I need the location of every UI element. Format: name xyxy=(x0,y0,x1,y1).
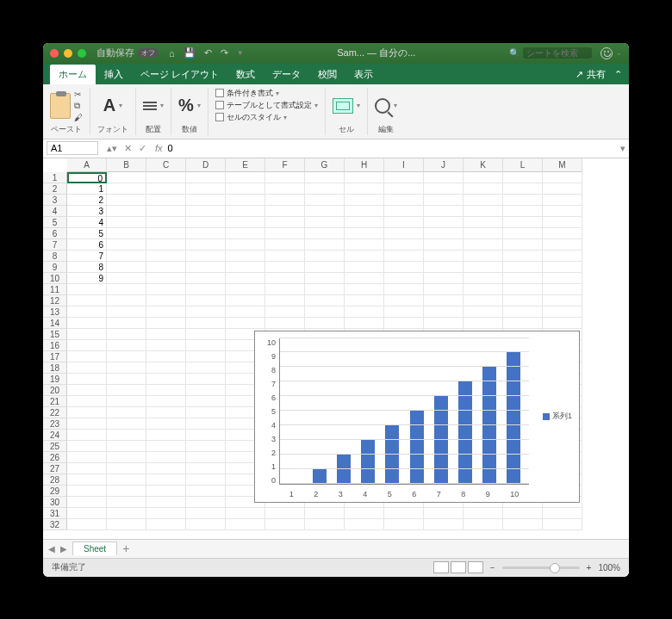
cell[interactable] xyxy=(305,251,345,262)
cell[interactable] xyxy=(67,318,107,329)
cell[interactable] xyxy=(146,351,186,362)
cell[interactable] xyxy=(265,508,305,519)
cell[interactable] xyxy=(186,463,226,474)
sheet-nav-prev-icon[interactable]: ◀ xyxy=(48,544,55,554)
tab-data[interactable]: データ xyxy=(264,65,309,84)
cell[interactable] xyxy=(67,508,107,519)
editing-dropdown-icon[interactable]: ▾ xyxy=(394,102,397,109)
cell[interactable] xyxy=(186,441,226,452)
cell[interactable] xyxy=(543,206,582,217)
cell[interactable] xyxy=(265,295,305,306)
row-header[interactable]: 15 xyxy=(43,329,67,340)
cell[interactable] xyxy=(424,306,464,318)
cell[interactable] xyxy=(226,172,265,183)
cell[interactable] xyxy=(503,183,543,195)
cell[interactable]: 1 xyxy=(67,183,107,195)
chart-bar[interactable] xyxy=(410,411,424,484)
cell[interactable] xyxy=(464,284,503,295)
cell[interactable]: 8 xyxy=(67,262,107,273)
cell[interactable] xyxy=(345,251,384,262)
alignment-icon[interactable] xyxy=(143,102,157,110)
cell[interactable] xyxy=(543,239,582,251)
cell[interactable] xyxy=(107,418,146,430)
row-header[interactable]: 21 xyxy=(43,396,67,407)
cell[interactable] xyxy=(424,195,464,206)
cell[interactable] xyxy=(305,306,345,318)
row-header[interactable]: 20 xyxy=(43,385,67,396)
cell[interactable] xyxy=(345,217,384,228)
cell[interactable] xyxy=(107,340,146,351)
cell[interactable] xyxy=(424,206,464,217)
close-window-button[interactable] xyxy=(50,49,59,58)
cell[interactable] xyxy=(464,262,503,273)
cell[interactable] xyxy=(265,172,305,183)
cell[interactable] xyxy=(186,497,226,508)
cell[interactable] xyxy=(503,251,543,262)
cell[interactable] xyxy=(265,318,305,329)
search-input[interactable] xyxy=(523,47,592,59)
row-header[interactable]: 29 xyxy=(43,486,67,497)
cell[interactable] xyxy=(345,519,384,530)
spreadsheet-grid[interactable]: ABCDEFGHIJKLM 10213243546576879810911121… xyxy=(43,158,629,539)
cell[interactable] xyxy=(67,396,107,407)
cell[interactable] xyxy=(265,251,305,262)
cell[interactable] xyxy=(464,306,503,318)
cell[interactable] xyxy=(146,228,186,239)
cell[interactable] xyxy=(464,239,503,251)
paste-icon[interactable] xyxy=(50,93,71,119)
cell[interactable] xyxy=(146,418,186,430)
align-dropdown-icon[interactable]: ▾ xyxy=(160,102,164,109)
cell[interactable] xyxy=(305,519,345,530)
cell[interactable] xyxy=(503,239,543,251)
name-box-dropdown-icon[interactable]: ▴▾ xyxy=(107,143,117,154)
cell[interactable] xyxy=(503,217,543,228)
cell[interactable]: 6 xyxy=(67,239,107,251)
cell[interactable] xyxy=(107,251,146,262)
row-header[interactable]: 27 xyxy=(43,463,67,474)
cell[interactable] xyxy=(67,284,107,295)
cell[interactable] xyxy=(543,228,582,239)
cell[interactable] xyxy=(265,195,305,206)
cell[interactable] xyxy=(186,418,226,430)
cell[interactable] xyxy=(464,172,503,183)
column-header[interactable]: H xyxy=(345,158,384,172)
cell[interactable] xyxy=(265,273,305,284)
cell[interactable] xyxy=(424,172,464,183)
cell[interactable] xyxy=(146,340,186,351)
cell[interactable] xyxy=(67,441,107,452)
cell[interactable] xyxy=(503,284,543,295)
cell[interactable] xyxy=(107,463,146,474)
cell[interactable] xyxy=(543,251,582,262)
cell[interactable] xyxy=(107,486,146,497)
cell[interactable] xyxy=(424,295,464,306)
column-header[interactable]: K xyxy=(464,158,503,172)
chart-bar[interactable] xyxy=(385,425,399,484)
cell[interactable] xyxy=(464,228,503,239)
cell[interactable] xyxy=(424,273,464,284)
cell[interactable] xyxy=(464,273,503,284)
cell[interactable] xyxy=(186,318,226,329)
cell[interactable] xyxy=(226,206,265,217)
cell[interactable] xyxy=(67,418,107,430)
cell[interactable] xyxy=(384,239,424,251)
embedded-chart[interactable]: 012345678910 12345678910 系列1 xyxy=(254,331,580,503)
column-headers[interactable]: ABCDEFGHIJKLM xyxy=(67,158,629,172)
cell[interactable] xyxy=(67,407,107,418)
cell[interactable] xyxy=(146,519,186,530)
row-header[interactable]: 4 xyxy=(43,206,67,217)
row-header[interactable]: 1 xyxy=(43,172,67,183)
cell[interactable] xyxy=(186,508,226,519)
cell[interactable] xyxy=(186,362,226,374)
cell[interactable] xyxy=(305,217,345,228)
cell[interactable] xyxy=(186,251,226,262)
cell[interactable] xyxy=(464,508,503,519)
cell[interactable] xyxy=(67,351,107,362)
cells-dropdown-icon[interactable]: ▾ xyxy=(357,102,360,109)
cell[interactable] xyxy=(305,262,345,273)
tab-page-layout[interactable]: ページ レイアウト xyxy=(132,65,227,84)
cell[interactable] xyxy=(424,183,464,195)
cell[interactable] xyxy=(226,228,265,239)
row-header[interactable]: 16 xyxy=(43,340,67,351)
cell[interactable] xyxy=(107,385,146,396)
cell[interactable] xyxy=(384,172,424,183)
